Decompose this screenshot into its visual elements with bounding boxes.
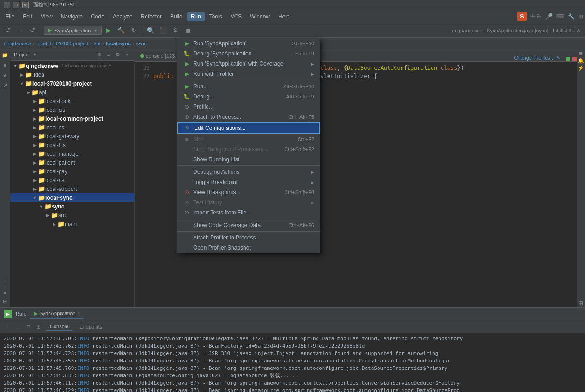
- menu-coverage-data[interactable]: Show Code Coverage Data Ctrl+Alt+F6: [177, 220, 320, 230]
- menu-toggle-bp[interactable]: Toggle Breakpoint ▶: [177, 177, 320, 187]
- build-button[interactable]: 🔨: [116, 25, 127, 36]
- menu-tools[interactable]: Tools: [206, 12, 226, 21]
- menu-debug-syncapp[interactable]: 🐛 Debug 'SyncApplication' Shift+F9: [177, 49, 320, 59]
- tree-item-local-ris[interactable]: ▶ 📁 local-ris: [10, 176, 134, 184]
- menu-run-coverage[interactable]: ▶ Run 'SyncApplication' with Coverage ▶: [177, 59, 320, 69]
- menu-run-any[interactable]: ▶ Run... Alt+Shift+F10: [177, 81, 320, 92]
- menu-profile[interactable]: ⊙ Profile...: [177, 102, 320, 112]
- run-play-btn[interactable]: ▶: [4, 310, 12, 318]
- tree-item-local-book[interactable]: ▶ 📁 local-book: [10, 97, 134, 105]
- tree-item-api[interactable]: ▶ 📁 api: [10, 88, 134, 97]
- tree-item-local-patient[interactable]: ▶ 📁 local-patient: [10, 158, 134, 167]
- breadcrumb-qingdaonew[interactable]: qingdaonew: [4, 41, 31, 46]
- run-tab-close[interactable]: ×: [78, 311, 80, 316]
- bottom-icon3[interactable]: ≡: [1, 289, 9, 297]
- menu-view[interactable]: View: [37, 12, 56, 21]
- tree-item-sync[interactable]: ▼ 📁 sync: [10, 202, 134, 211]
- menu-open-snapshot[interactable]: Open Profiler Snapshot: [177, 243, 320, 253]
- sidebar-action-expand[interactable]: ⊕: [96, 51, 103, 58]
- console-output: 2020-07-01 11:57:38,705:INFO restartedMa…: [0, 333, 585, 392]
- sidebar-action-collapse[interactable]: ≡: [105, 51, 112, 58]
- right-icon4[interactable]: ⊞: [578, 300, 584, 306]
- console-filter[interactable]: ⊞: [34, 323, 43, 331]
- run-button[interactable]: ▶: [103, 25, 114, 36]
- right-icon3[interactable]: ⚡: [578, 65, 584, 71]
- bottom-icon4[interactable]: ⊞: [1, 297, 9, 306]
- breadcrumb-project[interactable]: local-37020100-project: [37, 41, 88, 46]
- menu-attach-process[interactable]: ⊕ Attach to Process... Ctrl+Alt+F5: [177, 112, 320, 122]
- project-icon-btn[interactable]: 📁: [1, 51, 9, 59]
- stop-btn[interactable]: ◼: [183, 25, 194, 36]
- menu-analyze[interactable]: Analyze: [109, 12, 136, 21]
- tree-item-local-his[interactable]: ▶ 📁 local-his: [10, 141, 134, 149]
- close-btn[interactable]: ×: [22, 2, 29, 8]
- right-icon2[interactable]: 🔔: [578, 57, 584, 64]
- tree-item-local-support[interactable]: ▶ 📁 local-support: [10, 184, 134, 193]
- tree-item-qingdaonew[interactable]: ▼ 📁 qingdaonew D:\chaoqian\qingdaonew: [10, 61, 134, 70]
- tree-item-local-cis[interactable]: ▶ 📁 local-cis: [10, 105, 134, 114]
- menu-debug-any[interactable]: 🐛 Debug... Alt+Shift+F9: [177, 92, 320, 102]
- console-line-7: 2020-07-01 11:57:46,117:INFO restartedMa…: [4, 380, 581, 387]
- menu-debugging-actions[interactable]: Debugging Actions ▶: [177, 167, 320, 177]
- console-scroll-up[interactable]: ↑: [4, 323, 12, 331]
- bookmark-icon-btn[interactable]: ★: [1, 71, 9, 80]
- tree-item-idea[interactable]: ▶ 📁 .idea: [10, 70, 134, 79]
- structure-icon-btn[interactable]: ≡: [1, 61, 9, 69]
- menu-attach-profiler[interactable]: Attach Profiler to Process...: [177, 233, 320, 243]
- menu-run-profiler[interactable]: ▶ Run with Profiler ▶: [177, 69, 320, 79]
- menu-edit[interactable]: Edit: [19, 12, 36, 21]
- breadcrumb-sync[interactable]: sync: [136, 41, 146, 46]
- settings-btn[interactable]: ⚙: [170, 25, 181, 36]
- minimize-btn[interactable]: _: [4, 2, 10, 8]
- menu-navigate[interactable]: Navigate: [57, 12, 86, 21]
- terminal-btn[interactable]: ⬛: [158, 25, 169, 36]
- menu-run-syncapp[interactable]: ▶ Run 'SyncApplication' Shift+F10: [177, 38, 320, 49]
- tree-item-local-pay[interactable]: ▶ 📁 local-pay: [10, 167, 134, 176]
- tree-item-local-manage[interactable]: ▶ 📁 local-manage: [10, 149, 134, 158]
- run-any-icon: ▶: [183, 83, 190, 90]
- menu-code[interactable]: Code: [87, 12, 108, 21]
- sidebar-action-close[interactable]: ×: [123, 51, 131, 58]
- toolbar-forward[interactable]: →: [14, 25, 25, 36]
- bottom-icon1[interactable]: ↑: [1, 272, 9, 281]
- menu-file[interactable]: File: [2, 12, 18, 21]
- tree-item-main[interactable]: ▶ 📁 main: [10, 220, 134, 228]
- change-profiles-button[interactable]: Change Profiles... ✎: [511, 54, 564, 61]
- console-tab-console[interactable]: Console: [46, 323, 72, 331]
- menu-help[interactable]: Help: [274, 12, 293, 21]
- run-config-combo[interactable]: ▶ SyncApplication ▼: [44, 26, 102, 35]
- menu-stop: ■ Stop Ctrl+F2: [177, 134, 320, 144]
- search-btn[interactable]: 🔍: [145, 25, 156, 36]
- menu-show-running[interactable]: Show Running List: [177, 154, 320, 165]
- tree-item-local-sync[interactable]: ▼ 📁 local-sync: [10, 193, 134, 202]
- toolbar-refresh[interactable]: ↺: [27, 25, 38, 36]
- run-tab-syncapp[interactable]: ▶ SyncApplication ×: [30, 310, 84, 318]
- tree-item-37020100[interactable]: ▼ 📁 local-37020100-project: [10, 79, 134, 88]
- window-controls[interactable]: _ □ ×: [4, 2, 29, 8]
- tree-item-local-gateway[interactable]: ▶ 📁 local-gateway: [10, 132, 134, 141]
- console-tab-endpoints[interactable]: Endpoints: [76, 323, 106, 331]
- menu-vcs[interactable]: VCS: [227, 12, 246, 21]
- console-scroll-down[interactable]: ↓: [14, 323, 22, 331]
- reload-button[interactable]: ↻: [128, 25, 139, 36]
- bottom-icon2[interactable]: ↓: [1, 281, 9, 289]
- menu-view-bp[interactable]: ⊙ View Breakpoints... Ctrl+Shift+F8: [177, 187, 320, 197]
- breadcrumb-local-sync[interactable]: local-sync: [106, 41, 131, 46]
- toolbar-back[interactable]: ↺: [2, 25, 13, 36]
- tree-item-local-es[interactable]: ▶ 📁 local-es: [10, 123, 134, 132]
- menu-run[interactable]: Run: [187, 12, 205, 21]
- breadcrumb-api[interactable]: api: [94, 41, 101, 46]
- tree-item-local-common[interactable]: ▶ 📁 local-common-project: [10, 114, 134, 123]
- git-icon-btn[interactable]: ⎇: [1, 81, 9, 90]
- tree-item-src[interactable]: ▶ 📁 src: [10, 211, 134, 220]
- sidebar-action-settings[interactable]: ⚙: [114, 51, 122, 58]
- console-clear[interactable]: ≡: [24, 323, 32, 331]
- menu-import-tests[interactable]: ⊙ Import Tests from File...: [177, 208, 320, 218]
- menu-build[interactable]: Build: [166, 12, 186, 21]
- menu-window[interactable]: Window: [246, 12, 274, 21]
- right-icon1[interactable]: ≡: [578, 50, 584, 56]
- import-tests-label: Import Tests from File...: [193, 209, 251, 216]
- menu-edit-config[interactable]: ✎ Edit Configurations...: [177, 122, 320, 134]
- maximize-btn[interactable]: □: [13, 2, 19, 8]
- menu-refactor[interactable]: Refactor: [137, 12, 165, 21]
